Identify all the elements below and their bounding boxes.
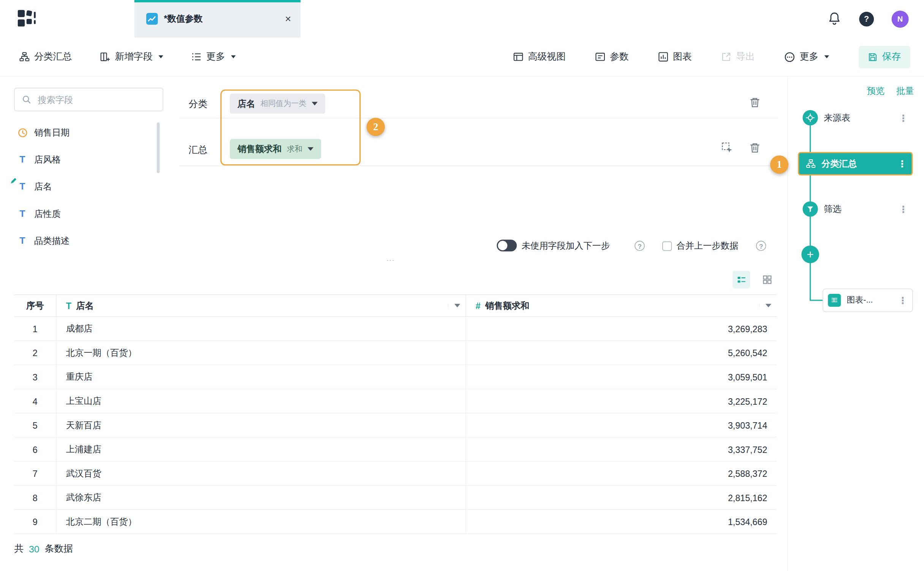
avatar[interactable]: N [892,10,909,27]
more-right-label: 更多 [800,50,819,63]
toolbar-left-group: 分类汇总 新增字段 更多 [19,50,236,63]
merge-checkbox[interactable] [662,241,672,251]
flow-node-chart[interactable]: 图表-... ⋮ [823,289,913,312]
advanced-view-icon [513,52,523,62]
notification-bell-icon[interactable] [827,11,842,26]
view-list-button[interactable] [733,271,750,289]
table-row[interactable]: 1 成都店 3,269,283 [14,317,777,341]
row-value: 5,260,542 [465,341,777,364]
chart-label: 图表 [673,50,692,63]
view-grid-button[interactable] [758,271,776,289]
flow-node-source[interactable]: 来源表 ⋮ [798,106,913,129]
delete-summary-icon[interactable] [749,142,761,154]
footer-count: 30 [29,544,40,554]
table-row[interactable]: 9 北京二期（百货） 1,534,669 [14,510,777,534]
filter-icon [802,201,818,216]
params-tool[interactable]: 参数 [595,50,629,63]
merge-checkbox-label: 合并上一步数据 [677,240,739,251]
pill-field-mode: 相同值为一类 [261,98,307,109]
row-index: 5 [14,413,56,437]
batch-select-icon[interactable] [721,142,733,154]
chevron-down-icon [231,55,236,58]
config-area: 分类 店名 相同值为一类 汇总 销售额求和 求和 [174,77,787,277]
kebab-menu-icon[interactable]: ⋮ [899,203,908,215]
table-row[interactable]: 7 武汉百货 2,588,372 [14,462,777,486]
kebab-menu-icon[interactable]: ⋮ [899,112,908,123]
export-tool[interactable]: 导出 [721,50,755,63]
row-name: 重庆店 [56,365,465,389]
row-name: 成都店 [56,317,465,340]
chevron-down-icon[interactable] [308,147,314,151]
field-label: 店名 [34,181,52,192]
table-row[interactable]: 3 重庆店 3,059,501 [14,365,777,390]
list-icon [191,52,201,62]
summary-field-pill[interactable]: 销售额求和 求和 [230,139,321,159]
field-sidebar: 销售日期 T 店风格 T 店名 T 店性质 T 品类描述 [0,77,174,289]
group-summary-tool[interactable]: 分类汇总 [19,50,72,63]
field-item-store-style[interactable]: T 店风格 [0,146,153,173]
search-input[interactable] [36,94,155,105]
row-value: 2,588,372 [465,462,777,485]
col-header-name[interactable]: T 店名 [56,295,465,316]
help-icon[interactable]: ? [634,241,644,251]
col-header-value[interactable]: # 销售额求和 [465,295,777,316]
row-value: 3,903,714 [465,413,777,437]
table-row[interactable]: 8 武徐东店 2,815,162 [14,486,777,510]
kebab-menu-icon[interactable]: ⋮ [898,295,908,306]
unused-toggle-label: 未使用字段加入下一步 [522,240,610,251]
chevron-down-icon [765,304,771,307]
row-index: 1 [14,317,56,340]
field-item-sale-date[interactable]: 销售日期 [0,119,153,146]
table-row[interactable]: 5 天新百店 3,903,714 [14,413,777,438]
more-right-tool[interactable]: 更多 [784,50,829,63]
chevron-down-icon [824,55,829,58]
flow-node-filter[interactable]: 筛选 ⋮ [798,197,913,221]
table-row[interactable]: 6 上浦建店 3,337,752 [14,437,777,462]
add-field-tool[interactable]: 新增字段 [100,50,163,63]
more-left-tool[interactable]: 更多 [191,50,236,63]
footer-prefix: 共 [14,543,24,555]
topbar: *数值参数 × ? N [0,0,924,38]
row-value: 2,815,162 [465,486,777,509]
search-box[interactable] [14,88,163,111]
sidebar-scrollbar[interactable] [157,123,160,173]
advanced-view-tool[interactable]: 高级视图 [513,50,566,63]
kebab-menu-icon[interactable]: ⋮ [897,158,907,169]
help-icon[interactable]: ? [756,241,766,251]
column-filter-dropdown[interactable] [759,304,777,307]
delete-group-icon[interactable] [749,96,761,108]
collapse-ellipsis[interactable]: ... [386,254,394,262]
row-divider [179,166,778,166]
help-icon[interactable]: ? [859,11,874,26]
group-label: 分类 [188,91,207,118]
tab-numeric-params[interactable]: *数值参数 × [134,0,301,38]
field-item-store-name[interactable]: T 店名 [0,173,153,200]
column-filter-dropdown[interactable] [448,304,466,307]
row-index: 6 [14,437,56,461]
close-tab-icon[interactable]: × [285,14,291,24]
save-button[interactable]: 保存 [859,46,910,68]
unused-fields-toggle[interactable] [497,240,517,251]
pill-field-name: 店名 [237,98,255,109]
field-label: 店风格 [34,154,61,165]
row-value: 3,225,172 [465,389,777,413]
pill-field-mode: 求和 [287,144,302,154]
app-logo-icon[interactable] [18,9,38,28]
row-index: 3 [14,365,56,389]
table-row[interactable]: 2 北京一期（百货） 5,260,542 [14,341,777,365]
chevron-down-icon[interactable] [312,102,318,105]
group-field-pill[interactable]: 店名 相同值为一类 [230,94,325,114]
flow-connector [788,77,924,571]
chart-tab-icon [146,13,158,25]
field-item-store-type[interactable]: T 店性质 [0,200,153,227]
flow-node-group-summary[interactable]: 分类汇总 ⋮ [798,152,913,175]
table-row[interactable]: 4 上宝山店 3,225,172 [14,389,777,413]
field-item-category-desc[interactable]: T 品类描述 [0,227,153,254]
chart-tool[interactable]: 图表 [658,50,691,63]
add-field-label: 新增字段 [115,50,152,63]
add-step-button[interactable]: + [801,246,819,263]
more-circle-icon [784,52,795,62]
row-value: 3,059,501 [465,365,777,389]
text-type-icon: T [66,301,71,311]
table-footer: 共 30 条数据 [14,543,73,555]
